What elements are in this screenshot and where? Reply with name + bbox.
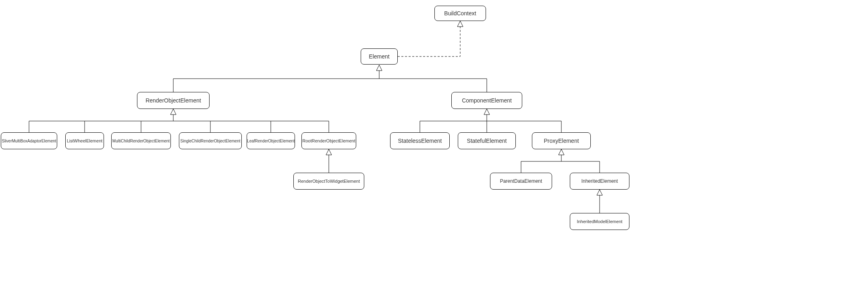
node-listwheelelement: ListWheelElement: [65, 132, 104, 149]
node-label: LeafRenderObjectElement: [247, 139, 295, 143]
node-buildcontext: BuildContext: [434, 6, 486, 21]
node-label: Element: [369, 53, 389, 60]
node-label: InheritedModelElement: [577, 219, 622, 224]
node-label: RootRenderObjectElement: [302, 138, 355, 143]
node-slivermultiboxadaptorelement: SliverMultiBoxAdaptorElement: [1, 132, 57, 149]
node-label: RenderObjectToWidgetElement: [298, 179, 360, 184]
node-label: MultiChildRenderObjectElement: [112, 139, 170, 143]
node-label: SingleChildRenderObjectElement: [181, 139, 241, 143]
node-label: ListWheelElement: [67, 138, 103, 143]
node-proxyelement: ProxyElement: [532, 132, 591, 149]
node-label: StatefulElement: [467, 138, 507, 144]
node-parentdataelement: ParentDataElement: [490, 173, 552, 190]
node-label: ComponentElement: [462, 97, 512, 104]
arrowhead-open-icon: [457, 21, 463, 27]
node-statefulelement: StatefulElement: [458, 132, 516, 149]
node-inheritedelement: InheritedElement: [570, 173, 629, 190]
node-element: Element: [361, 48, 398, 65]
node-label: SliverMultiBoxAdaptorElement: [2, 139, 56, 143]
node-multichildrenderobjectelement: MultiChildRenderObjectElement: [111, 132, 171, 149]
edge-layer: [0, 0, 868, 305]
node-rootrenderobjectelement: RootRenderObjectElement: [301, 132, 356, 149]
node-renderobjecttowidgetelement: RenderObjectToWidgetElement: [293, 173, 364, 190]
node-singlechildrenderobjectelement: SingleChildRenderObjectElement: [179, 132, 242, 149]
arrowhead-open-icon: [376, 65, 382, 71]
node-leafrenderobjectelement: LeafRenderObjectElement: [247, 132, 295, 149]
node-label: StatelessElement: [398, 138, 442, 144]
node-statelesselement: StatelessElement: [390, 132, 450, 149]
arrowhead-open-icon: [559, 149, 564, 155]
node-label: BuildContext: [444, 10, 476, 17]
node-inheritedmodelelement: InheritedModelElement: [570, 213, 629, 230]
node-componentelement: ComponentElement: [451, 92, 522, 109]
arrowhead-open-icon: [484, 109, 490, 115]
node-label: InheritedElement: [581, 178, 618, 184]
arrowhead-open-icon: [170, 109, 176, 115]
arrowhead-open-icon: [326, 149, 332, 155]
node-label: ParentDataElement: [500, 178, 542, 184]
arrowhead-open-icon: [597, 190, 602, 195]
node-renderobjectelement: RenderObjectElement: [137, 92, 210, 109]
diagram-canvas: BuildContext Element RenderObjectElement…: [0, 0, 868, 305]
node-label: ProxyElement: [544, 138, 579, 144]
node-label: RenderObjectElement: [145, 97, 201, 104]
edge-element-to-buildcontext: [398, 27, 460, 56]
